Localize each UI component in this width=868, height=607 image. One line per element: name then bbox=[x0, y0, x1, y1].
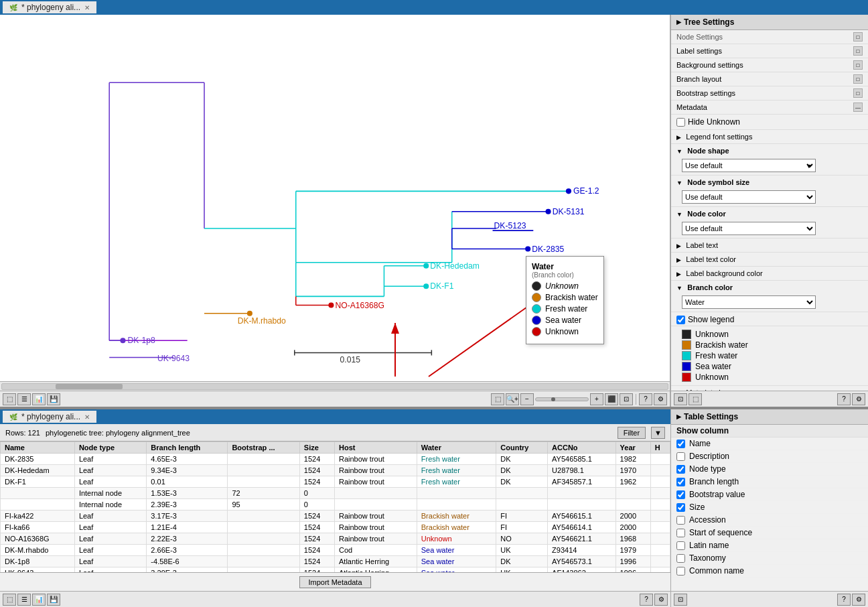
table-tab-close[interactable]: ✕ bbox=[84, 413, 90, 421]
column-header-country[interactable]: Country bbox=[496, 442, 548, 454]
column-header-water[interactable]: Water bbox=[417, 442, 496, 454]
ts-checkbox-taxonomy[interactable] bbox=[676, 554, 685, 563]
node-shape-select[interactable]: Use default bbox=[682, 159, 816, 172]
ts-checkbox-startofsequence[interactable] bbox=[676, 529, 685, 537]
table-tab[interactable]: 🌿 * phylogeny ali... ✕ bbox=[3, 411, 96, 423]
tree-hscrollbar[interactable] bbox=[0, 381, 670, 391]
section-metadata[interactable]: Metadata — bbox=[671, 100, 868, 115]
table-row[interactable]: NO-A16368GLeaf2.22E-31524Rainbow troutUn… bbox=[1, 533, 670, 545]
leaf-noa16368g: NO-A16368G bbox=[336, 301, 385, 310]
ts-checkbox-nodetype[interactable] bbox=[676, 465, 685, 474]
legend-fresh: Fresh water bbox=[545, 304, 587, 314]
ts-checkbox-accession[interactable] bbox=[676, 516, 685, 525]
table-row[interactable]: FI-ka422Leaf3.17E-31524Rainbow troutBrac… bbox=[1, 511, 670, 522]
settings-panel: ▶ Tree Settings Node Settings □ Label se… bbox=[670, 15, 868, 407]
column-header-h[interactable]: H bbox=[650, 442, 670, 454]
table-container[interactable]: NameNode typeBranch lengthBootstrap ...S… bbox=[0, 442, 670, 572]
legend-popup: Water (Branch color) Unknown Brackish wa… bbox=[526, 256, 604, 344]
column-header-year[interactable]: Year bbox=[616, 442, 650, 454]
tree-tab[interactable]: 🌿 * phylogeny ali... ✕ bbox=[3, 1, 96, 13]
legend-color-2 bbox=[682, 351, 691, 360]
section-bootstrap-settings[interactable]: Bootstrap settings □ bbox=[671, 86, 868, 100]
settings-gear[interactable]: ⚙ bbox=[852, 393, 865, 405]
svg-point-36 bbox=[328, 302, 334, 308]
ts-checkbox-branchlength[interactable] bbox=[676, 478, 685, 486]
table-row[interactable]: DK-HededamLeaf9.34E-31524Rainbow troutFr… bbox=[1, 465, 670, 476]
ts-checkbox-description[interactable] bbox=[676, 452, 685, 461]
help-btn[interactable]: ? bbox=[639, 393, 652, 405]
table-tool-4[interactable]: 💾 bbox=[47, 594, 60, 606]
table-row[interactable]: FI-ka66Leaf1.21E-41524Rainbow troutBrack… bbox=[1, 522, 670, 533]
column-header-nodetype[interactable]: Node type bbox=[74, 442, 146, 454]
svg-point-14 bbox=[566, 188, 571, 194]
table-settings-btn[interactable]: ⚙ bbox=[654, 594, 668, 606]
ts-checkbox-commonname[interactable] bbox=[676, 567, 685, 576]
zoom-plus[interactable]: + bbox=[590, 393, 603, 405]
show-legend-checkbox[interactable] bbox=[676, 316, 685, 324]
table-row[interactable]: DK-F1Leaf0.011524Rainbow troutFresh wate… bbox=[1, 476, 670, 488]
section-label-settings[interactable]: Label settings □ bbox=[671, 44, 868, 58]
legend-font-settings-row[interactable]: ▶ Legend font settings bbox=[671, 130, 868, 144]
section-node-settings[interactable]: Node Settings □ bbox=[671, 30, 868, 44]
zoom-minus[interactable]: − bbox=[520, 393, 534, 405]
tree-tool-export[interactable]: 💾 bbox=[47, 393, 60, 405]
ts-tool-1[interactable]: ⊡ bbox=[674, 594, 687, 606]
tree-canvas[interactable]: DK-1p8 UK-9643 0.015 GE-1.2 bbox=[0, 15, 670, 381]
label-text-row[interactable]: ▶ Label text bbox=[671, 239, 868, 253]
node-shape-section: ▼ Node shape Use default ▼ bbox=[671, 144, 868, 176]
ts-checkbox-name[interactable] bbox=[676, 440, 685, 448]
node-symbol-size-select[interactable]: Use default bbox=[682, 190, 816, 204]
table-help-btn[interactable]: ? bbox=[640, 594, 653, 606]
ts-help-btn[interactable]: ? bbox=[837, 594, 851, 606]
column-header-accno[interactable]: ACCNo bbox=[548, 442, 616, 454]
legend-unknown2: Unknown bbox=[545, 327, 579, 336]
settings-btn[interactable]: ⚙ bbox=[654, 393, 667, 405]
metadata-layers-row[interactable]: ▶ Metadata layers bbox=[671, 386, 868, 391]
table-tool-1[interactable]: ⬚ bbox=[3, 594, 16, 606]
ts-col-startofsequence: Start of sequence bbox=[671, 527, 868, 539]
ts-checkbox-latinname[interactable] bbox=[676, 541, 685, 550]
leaf-dk1p8: DK-1p8 bbox=[128, 336, 155, 345]
tree-tool-stats[interactable]: 📊 bbox=[32, 393, 46, 405]
select-tool[interactable]: ⬚ bbox=[491, 393, 504, 405]
table-row[interactable]: Internal node1.53E-3720 bbox=[1, 488, 670, 499]
tree-settings-title: ▶ Tree Settings bbox=[671, 15, 868, 30]
table-menu-btn[interactable]: ▼ bbox=[651, 427, 665, 439]
table-row[interactable]: UK-9643Leaf3.29E-31524Atlantic HerringSe… bbox=[1, 567, 670, 573]
hide-unknown-checkbox[interactable] bbox=[676, 118, 685, 127]
fit-view[interactable]: ⬛ bbox=[605, 393, 618, 405]
zoom-reset[interactable]: ⊡ bbox=[620, 393, 633, 405]
import-metadata-button[interactable]: Import Metadata bbox=[299, 576, 370, 588]
tree-tab-close[interactable]: ✕ bbox=[84, 4, 90, 11]
column-header-name[interactable]: Name bbox=[1, 442, 75, 454]
tree-tool-table[interactable]: ☰ bbox=[17, 393, 31, 405]
tree-tool-select[interactable]: ⬚ bbox=[3, 393, 16, 405]
legend-color-3 bbox=[682, 362, 691, 371]
node-color-select[interactable]: Use default bbox=[682, 222, 816, 235]
settings-help[interactable]: ? bbox=[837, 393, 851, 405]
column-header-branchlength[interactable]: Branch length bbox=[147, 442, 228, 454]
node-shape-header: Node shape bbox=[687, 147, 729, 155]
table-row[interactable]: DK-M.rhabdoLeaf2.66E-31524CodSea waterUK… bbox=[1, 545, 670, 556]
settings-tool-1[interactable]: ⊡ bbox=[674, 393, 687, 405]
column-header-size[interactable]: Size bbox=[299, 442, 334, 454]
table-row[interactable]: Internal node2.39E-3950 bbox=[1, 499, 670, 511]
column-header-host[interactable]: Host bbox=[334, 442, 417, 454]
filter-button[interactable]: Filter bbox=[618, 427, 646, 439]
section-background-settings[interactable]: Background settings □ bbox=[671, 58, 868, 72]
settings-tool-2[interactable]: ⬚ bbox=[689, 393, 702, 405]
ts-checkbox-size[interactable] bbox=[676, 503, 685, 512]
ts-checkbox-bootstrapvalue[interactable] bbox=[676, 490, 685, 499]
label-text-color-row[interactable]: ▶ Label text color bbox=[671, 253, 868, 267]
ts-settings-btn[interactable]: ⚙ bbox=[852, 594, 865, 606]
table-tool-3[interactable]: 📊 bbox=[32, 594, 46, 606]
leaf-ge12: GE-1.2 bbox=[573, 186, 599, 196]
zoom-in-tool[interactable]: 🔍+ bbox=[506, 393, 519, 405]
table-row[interactable]: DK-2835Leaf4.65E-31524Rainbow troutFresh… bbox=[1, 454, 670, 465]
label-bg-color-row[interactable]: ▶ Label background color bbox=[671, 267, 868, 281]
table-tool-2[interactable]: ☰ bbox=[17, 594, 31, 606]
column-header-bootstrap[interactable]: Bootstrap ... bbox=[228, 442, 299, 454]
table-row[interactable]: DK-1p8Leaf-4.58E-61524Atlantic HerringSe… bbox=[1, 556, 670, 567]
branch-color-select[interactable]: Water bbox=[682, 295, 816, 309]
section-branch-layout[interactable]: Branch layout □ bbox=[671, 72, 868, 86]
